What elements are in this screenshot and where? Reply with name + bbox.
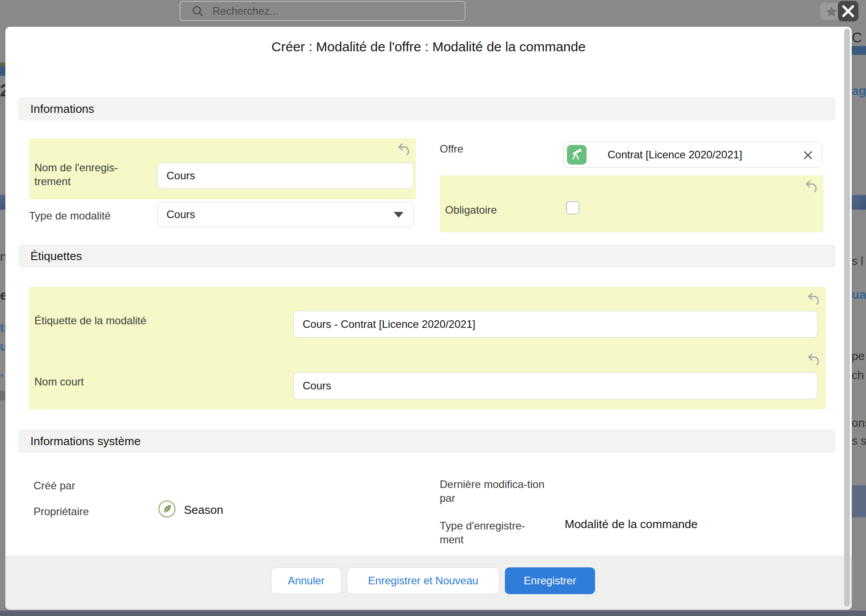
modality-tag-label: Étiquette de la modalité <box>34 314 146 327</box>
section-header-systeme: Informations système <box>18 430 836 453</box>
section-header-etiquettes: Étiquettes <box>18 244 836 268</box>
background-banner <box>852 46 866 55</box>
save-and-new-button[interactable]: Enregistrer et Nouveau <box>347 567 500 594</box>
undo-icon[interactable] <box>804 179 819 194</box>
undo-icon[interactable] <box>806 291 821 306</box>
background-text-fragment: s l <box>852 254 863 268</box>
modal-footer: Annuler Enregistrer et Nouveau Enregistr… <box>5 555 852 610</box>
offer-label: Offre <box>440 142 463 156</box>
modality-type-label: Type de modalité <box>29 209 111 223</box>
background-bottom-banner <box>0 611 866 616</box>
background-text-fragment: ons <box>852 416 866 430</box>
background-banner <box>852 195 866 210</box>
search-icon <box>192 5 204 17</box>
cancel-button[interactable]: Annuler <box>271 567 341 594</box>
background-text-fragment: ag <box>852 84 866 98</box>
owner-label: Propriétaire <box>33 504 89 518</box>
record-type-value: Modalité de la commande <box>565 517 698 531</box>
required-checkbox[interactable] <box>566 201 579 215</box>
required-label: Obligatoire <box>445 203 497 217</box>
modality-type-value: Cours <box>167 208 195 221</box>
background-text-fragment: , <box>0 365 3 379</box>
short-name-input[interactable] <box>293 372 818 399</box>
chevron-down-icon <box>394 212 404 218</box>
edited-field-highlight: Obligatoire <box>440 175 824 232</box>
record-name-input[interactable] <box>157 163 414 189</box>
modal-scrollbar[interactable] <box>844 29 850 607</box>
undo-icon[interactable] <box>396 142 412 157</box>
remove-x-icon <box>803 150 813 161</box>
star-icon <box>825 5 838 18</box>
undo-icon[interactable] <box>806 352 821 367</box>
background-text-fragment: pe <box>852 349 865 363</box>
global-search-input[interactable]: Recherchez... <box>179 1 466 21</box>
offer-value: Contrat [Licence 2020/2021] <box>608 149 742 161</box>
section-header-informations: Informations <box>18 97 836 120</box>
modality-type-select[interactable]: Cours <box>157 202 414 227</box>
background-right-edge: C ag s l ua pe ch ons s s <box>852 0 866 616</box>
edited-field-highlight: Étiquette de la modalité Nom court <box>29 287 826 409</box>
short-name-label: Nom court <box>34 375 84 389</box>
search-placeholder: Recherchez... <box>212 5 279 17</box>
screen: Recherchez... 2( n e ti ur , C ag s l ua… <box>0 0 866 616</box>
record-type-label: Type d'enregistre-ment <box>440 519 545 546</box>
background-text-fragment: ch <box>852 368 864 382</box>
create-record-modal: Créer : Modalité de l'offre : Modalité d… <box>5 27 852 610</box>
leaf-icon <box>161 503 173 515</box>
owner-value: Season <box>184 503 223 517</box>
background-text-fragment: s s <box>852 434 866 448</box>
edited-field-highlight: Nom de l'enregis-trement <box>29 138 416 199</box>
modality-tag-input[interactable] <box>293 311 818 338</box>
modal-title: Créer : Modalité de l'offre : Modalité d… <box>5 39 852 54</box>
record-name-label: Nom de l'enregis-trement <box>34 161 146 188</box>
owner-avatar[interactable] <box>158 500 175 517</box>
last-modified-by-label: Dernière modifica-tion par <box>440 477 545 505</box>
created-by-label: Créé par <box>33 479 75 492</box>
background-banner <box>852 485 866 517</box>
background-text-fragment: ua <box>852 288 866 302</box>
background-text-fragment: C <box>852 29 862 46</box>
save-button[interactable]: Enregistrer <box>505 567 595 594</box>
offer-lookup-pill[interactable]: Contrat [Licence 2020/2021] <box>563 142 822 168</box>
offer-object-icon <box>567 145 587 165</box>
offer-remove-button[interactable] <box>802 149 814 161</box>
